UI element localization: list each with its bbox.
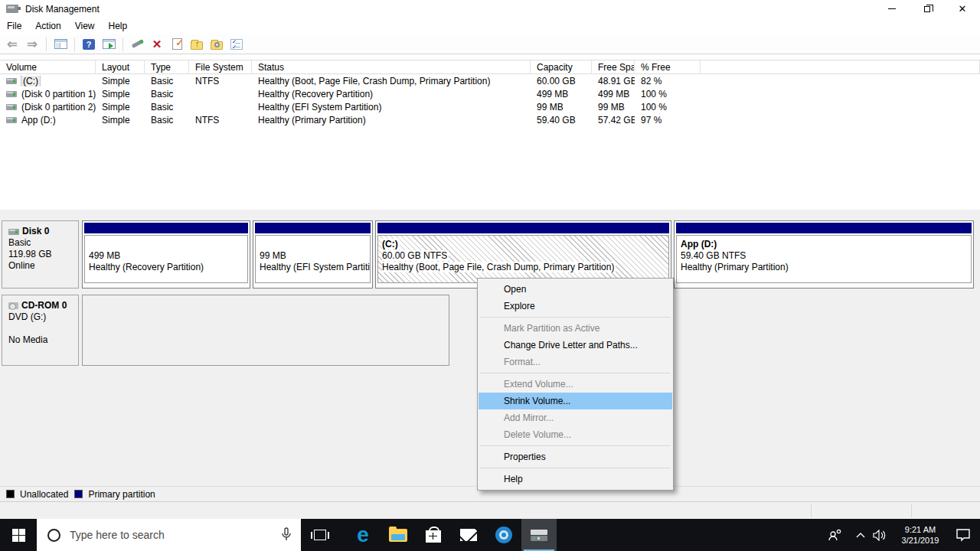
taskbar-disk-management-active[interactable] [521,519,557,551]
menu-file[interactable]: File [0,18,28,34]
disk0-label-box[interactable]: Disk 0 Basic 119.98 GB Online [2,220,79,289]
column-header-pct-free[interactable]: % Free [635,60,701,74]
column-header-free-space[interactable]: Free Spa... [592,60,635,74]
menu-item-delete-volume: Delete Volume... [479,426,672,443]
volume-capacity: 99 MB [531,102,592,112]
partition-status: Healthy (EFI System Partition) [260,262,370,273]
help-icon[interactable]: ? [81,37,96,52]
table-row[interactable]: (Disk 0 partition 1) Simple Basic Health… [0,87,980,100]
column-header-layout[interactable]: Layout [96,60,145,74]
partition-recovery[interactable]: 499 MB Healthy (Recovery Partition) [82,220,250,289]
volume-icon [6,78,17,84]
cdrom-media-area[interactable] [82,295,449,366]
column-header-type[interactable]: Type [145,60,189,74]
column-header-volume[interactable]: Volume [0,60,96,74]
volume-name: (Disk 0 partition 1) [21,89,96,99]
search-box[interactable]: Type here to search [37,519,301,551]
cdrom-drive: DVD (G:) [8,311,78,323]
taskbar-clock[interactable]: 9:21 AM 3/21/2019 [891,524,949,546]
windows-logo-icon [12,529,25,542]
delete-icon[interactable]: ✕ [149,37,165,52]
legend-unallocated-label: Unallocated [20,489,68,500]
attach-vhd-icon[interactable] [129,37,145,52]
taskbar: Type here to search e [0,519,980,551]
partition-d[interactable]: App (D:) 59.40 GB NTFS Healthy (Primary … [674,220,974,289]
menu-item-shrink-volume[interactable]: Shrink Volume... [479,393,672,409]
forward-icon[interactable]: ⇒ [24,37,40,52]
menu-item-extend-volume: Extend Volume... [479,376,672,393]
primary-partition-strip [377,223,669,233]
cdrom-status: No Media [8,334,78,346]
taskbar-mail[interactable] [451,519,486,551]
show-console-tree-icon[interactable] [53,37,68,52]
volume-status: Healthy (Recovery Partition) [252,89,531,99]
column-header-status[interactable]: Status [252,60,531,74]
back-icon[interactable]: ⇐ [5,37,20,52]
volume-name: (Disk 0 partition 2) [21,102,96,112]
explore-folder-icon[interactable] [209,37,224,52]
menu-separator [480,468,671,468]
primary-partition-strip [676,223,972,233]
restore-button[interactable] [910,0,945,18]
taskbar-file-explorer[interactable] [381,519,416,551]
disk-management-window: Disk Management ✕ File Action View Help … [0,0,980,551]
clock-date: 3/21/2019 [891,535,949,546]
volume-status: Healthy (Primary Partition) [252,115,531,126]
search-placeholder: Type here to search [70,529,165,541]
menu-item-explore[interactable]: Explore [479,298,672,315]
partition-efi[interactable]: 99 MB Healthy (EFI System Partition) [253,220,373,289]
volume-name: App (D:) [21,115,56,126]
menu-item-change-drive-letter[interactable]: Change Drive Letter and Paths... [479,337,672,354]
volume-speaker-icon[interactable] [873,530,887,541]
column-header-file-system[interactable]: File System [189,60,252,74]
partition-size: 60.00 GB NTFS [382,250,449,261]
menu-separator [480,373,671,373]
volume-layout: Simple [96,115,145,126]
minimize-button[interactable] [874,0,910,18]
volume-free-space: 57.42 GB [592,115,635,126]
volume-list-pane: Volume Layout Type File System Status Ca… [0,54,980,210]
menu-help[interactable]: Help [102,18,135,34]
status-bar [0,501,980,519]
table-row[interactable]: (Disk 0 partition 2) Simple Basic Health… [0,100,980,113]
column-header-capacity[interactable]: Capacity [531,60,592,74]
partition-status: Healthy (Primary Partition) [681,262,971,273]
volume-layout: Simple [96,76,145,86]
volume-pct-free: 100 % [635,89,701,99]
partition-status: Healthy (Recovery Partition) [89,262,247,273]
menu-item-format: Format... [479,354,672,370]
taskbar-edge[interactable]: e [345,519,381,551]
menu-action[interactable]: Action [28,18,67,34]
volume-type: Basic [145,102,189,112]
people-icon[interactable] [828,529,842,541]
menu-view[interactable]: View [68,18,102,34]
check-disk-icon[interactable] [169,37,185,52]
taskbar-store[interactable] [416,519,451,551]
menu-item-open[interactable]: Open [479,281,672,298]
window-title: Disk Management [25,4,100,15]
hidden-icons-chevron-icon[interactable] [856,532,865,538]
disk-size: 119.98 GB [8,249,78,260]
table-row[interactable]: App (D:) Simple Basic NTFS Healthy (Prim… [0,113,980,126]
close-button[interactable]: ✕ [945,0,980,18]
task-list-icon[interactable] [229,37,244,52]
taskbar-disk-tool[interactable] [486,519,521,551]
microphone-icon[interactable] [281,527,292,544]
cdrom-label-box[interactable]: CD-ROM 0 DVD (G:) No Media [2,295,79,366]
disk-drive-icon [6,5,18,13]
start-button[interactable] [0,519,37,551]
mail-icon [460,529,477,541]
cortana-icon [47,529,60,542]
show-action-pane-icon[interactable] [101,37,116,52]
volume-free-space: 99 MB [592,102,635,112]
toolbar-separator [46,37,47,51]
primary-partition-strip [255,223,371,233]
action-center-icon[interactable] [956,528,971,542]
open-folder-icon[interactable]: ↑ [189,37,204,52]
menu-item-help[interactable]: Help [479,471,672,487]
volume-type: Basic [145,115,189,126]
table-row[interactable]: (C:) Simple Basic NTFS Healthy (Boot, Pa… [0,74,980,87]
cdrom-name: CD-ROM 0 [21,300,67,311]
menu-item-properties[interactable]: Properties [479,448,672,465]
task-view-button[interactable] [301,519,339,551]
